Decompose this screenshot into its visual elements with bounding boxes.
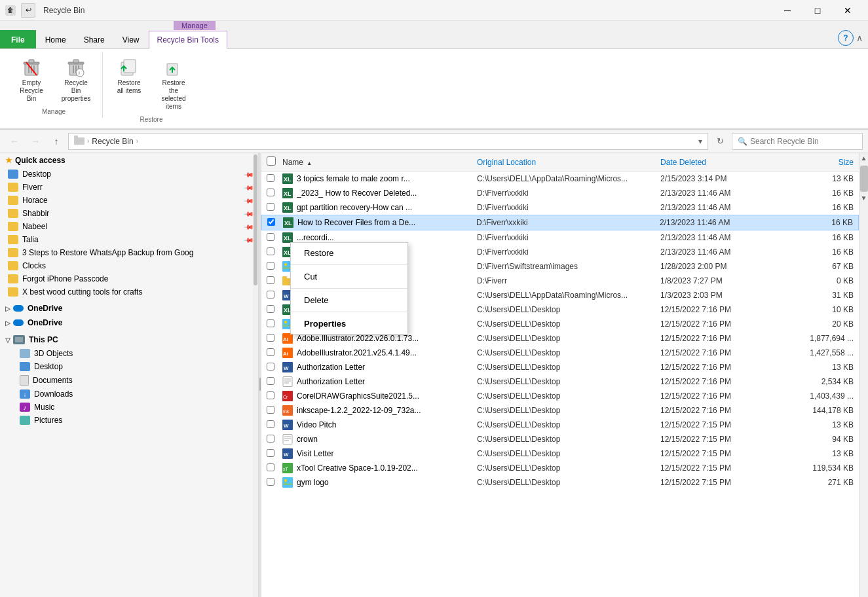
tab-home[interactable]: Home	[37, 30, 75, 48]
close-button[interactable]: ✕	[833, 0, 863, 21]
sidebar-item-pictures[interactable]: Pictures	[0, 414, 258, 427]
empty-recycle-bin-button[interactable]: EmptyRecycle Bin	[10, 54, 52, 105]
file-checkbox[interactable]	[267, 391, 282, 401]
col-header-name[interactable]: Name ▲	[282, 158, 477, 167]
sidebar-music-label: Music	[34, 403, 253, 412]
file-checkbox[interactable]	[267, 406, 282, 416]
file-checkbox[interactable]	[267, 363, 282, 372]
file-row[interactable]: crown C:\Users\DELL\Desktop 12/15/2022 7…	[261, 432, 859, 446]
up-button[interactable]: ↑	[47, 132, 66, 151]
search-box[interactable]: 🔍	[732, 133, 863, 150]
file-checkbox[interactable]	[267, 334, 282, 344]
sidebar-item-nabeel[interactable]: Nabeel 📌	[0, 220, 258, 233]
file-checkbox[interactable]	[267, 420, 282, 430]
maximize-button[interactable]: □	[802, 0, 833, 21]
context-menu-restore[interactable]: Restore	[291, 243, 407, 263]
file-checkbox[interactable]	[267, 377, 282, 387]
sidebar-item-desktop[interactable]: Desktop 📌	[0, 168, 258, 181]
sidebar-desktop-label: Desktop	[22, 170, 245, 179]
file-checkbox[interactable]	[267, 189, 282, 198]
sidebar-item-desktop2[interactable]: Desktop	[0, 360, 258, 373]
quick-access-btn[interactable]: ↩	[21, 3, 35, 18]
file-checkbox[interactable]	[267, 218, 283, 228]
sidebar-item-music[interactable]: ♪ Music	[0, 401, 258, 414]
onedrive-section-2[interactable]: ▷ OneDrive	[0, 316, 258, 330]
tab-file[interactable]: File	[0, 30, 36, 48]
file-checkbox[interactable]	[267, 203, 282, 213]
recycle-properties-button[interactable]: i Recycle Binproperties	[55, 54, 97, 105]
help-button[interactable]: ?	[838, 30, 854, 46]
select-all-checkbox[interactable]	[267, 156, 282, 168]
sidebar-item-iphone[interactable]: Forgot iPhone Passcode	[0, 272, 258, 285]
sidebar-item-talia[interactable]: Talia 📌	[0, 233, 258, 246]
file-checkbox[interactable]	[267, 319, 282, 329]
sidebar-item-shabbir[interactable]: Shabbir 📌	[0, 207, 258, 220]
onedrive-section[interactable]: ▷ OneDrive	[0, 301, 258, 316]
ribbon-collapse-btn[interactable]: ∧	[856, 33, 863, 43]
file-checkbox[interactable]	[267, 449, 282, 459]
select-all-input[interactable]	[267, 156, 276, 166]
context-menu-delete[interactable]: Delete	[291, 290, 407, 310]
file-row[interactable]: W Video Pitch C:\Users\DELL\Desktop 12/1…	[261, 418, 859, 432]
svg-point-12	[76, 69, 84, 77]
sidebar-resize-handle[interactable]	[259, 153, 261, 597]
file-size: 16 KB	[775, 203, 854, 212]
file-row[interactable]: W Visit Letter C:\Users\DELL\Desktop 12/…	[261, 446, 859, 461]
context-tab-manage[interactable]: Manage	[174, 21, 216, 30]
file-row[interactable]: Ai AdobeIllustrator.2021.v25.4.1.49... C…	[261, 346, 859, 360]
sidebar-item-woodcut[interactable]: X best wood cutting tools for crafts	[0, 285, 258, 298]
file-row[interactable]: Cr CorelDRAWGraphicsSuite2021.5... C:\Us…	[261, 389, 859, 403]
tab-share[interactable]: Share	[75, 30, 113, 48]
file-row[interactable]: XL How to Recover Files from a De... D:\…	[261, 215, 859, 230]
vertical-scrollbar[interactable]: ▲ ▼	[859, 153, 868, 597]
tab-recycle-bin-tools[interactable]: Recycle Bin Tools	[149, 31, 228, 49]
sidebar-item-3dobjects[interactable]: 3D Objects	[0, 347, 258, 360]
address-path[interactable]: › Recycle Bin › ▾	[68, 133, 708, 150]
scroll-up-btn[interactable]: ▲	[859, 153, 868, 163]
tab-view[interactable]: View	[114, 30, 148, 48]
scroll-down-btn[interactable]: ▼	[859, 193, 868, 203]
file-checkbox[interactable]	[267, 291, 282, 300]
context-menu-properties[interactable]: Properties	[291, 314, 407, 334]
file-row[interactable]: Ink inkscape-1.2.2_2022-12-09_732a... C:…	[261, 403, 859, 418]
restore-all-items-button[interactable]: Restoreall items	[108, 54, 150, 98]
file-row[interactable]: Authorization Letter C:\Users\DELL\Deskt…	[261, 374, 859, 389]
sidebar-item-documents[interactable]: Documents	[0, 373, 258, 388]
file-checkbox[interactable]	[267, 435, 282, 444]
forward-button[interactable]: →	[26, 132, 45, 151]
sidebar-item-horace[interactable]: Horace 📌	[0, 194, 258, 207]
file-row[interactable]: gym logo C:\Users\DELL\Desktop 12/15/202…	[261, 475, 859, 490]
col-header-date[interactable]: Date Deleted	[660, 158, 775, 167]
file-row[interactable]: W Authorization Letter C:\Users\DELL\Des…	[261, 360, 859, 374]
file-checkbox[interactable]	[267, 174, 282, 184]
restore-selected-button[interactable]: Restore theselected items	[153, 54, 195, 113]
file-checkbox[interactable]	[267, 305, 282, 315]
file-row[interactable]: XL _2023_ How to Recover Deleted... D:\F…	[261, 186, 859, 200]
sidebar-item-whatsapp[interactable]: 3 Steps to Restore WhatsApp Backup from …	[0, 246, 258, 259]
search-input[interactable]	[750, 137, 848, 146]
minimize-button[interactable]: ─	[772, 0, 802, 21]
context-menu-cut[interactable]: Cut	[291, 266, 407, 287]
sidebar-item-downloads[interactable]: ↓ Downloads	[0, 388, 258, 401]
file-checkbox[interactable]	[267, 233, 282, 243]
thispc-section[interactable]: ▽ This PC	[0, 333, 258, 347]
sidebar-item-fiverr[interactable]: Fiverr 📌	[0, 181, 258, 194]
file-checkbox[interactable]	[267, 348, 282, 358]
file-checkbox[interactable]	[267, 276, 282, 286]
file-checkbox[interactable]	[267, 247, 282, 257]
file-row[interactable]: XL 3 topics female to male zoom r... C:\…	[261, 172, 859, 186]
file-checkbox[interactable]	[267, 262, 282, 272]
col-header-size[interactable]: Size	[775, 158, 854, 167]
path-dropdown-icon[interactable]: ▾	[698, 137, 702, 146]
file-row[interactable]: xT xTool Creative Space-1.0.19-202... C:…	[261, 461, 859, 475]
back-button[interactable]: ←	[5, 132, 24, 151]
col-header-location[interactable]: Original Location	[477, 158, 660, 167]
file-checkbox[interactable]	[267, 478, 282, 488]
file-checkbox[interactable]	[267, 463, 282, 473]
svg-text:XL: XL	[284, 235, 292, 242]
quick-access-section[interactable]: ★ Quick access	[0, 153, 258, 168]
refresh-button[interactable]: ↻	[711, 132, 729, 151]
vscroll-thumb[interactable]	[860, 166, 868, 192]
file-row[interactable]: XL gpt partition recovery-How can ... D:…	[261, 200, 859, 215]
sidebar-item-clocks[interactable]: Clocks	[0, 259, 258, 272]
